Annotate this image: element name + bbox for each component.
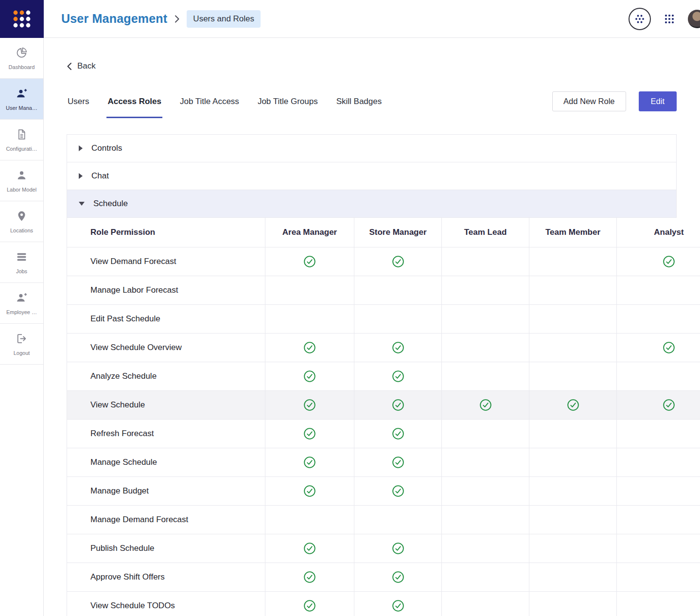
permission-empty-cell[interactable] [442, 506, 529, 534]
permission-empty-cell[interactable] [617, 477, 700, 505]
permission-check-cell[interactable] [354, 477, 442, 505]
permission-check-cell[interactable] [617, 391, 700, 419]
check-icon [392, 599, 404, 612]
permission-check-cell[interactable] [354, 534, 442, 563]
configuration-icon [16, 128, 28, 142]
sidebar-item-logout[interactable]: Logout [0, 324, 43, 365]
permission-check-cell[interactable] [265, 420, 354, 448]
permission-empty-cell[interactable] [617, 448, 700, 476]
permission-empty-cell[interactable] [354, 276, 442, 304]
permission-empty-cell[interactable] [529, 534, 617, 563]
check-icon [392, 399, 404, 411]
permission-check-cell[interactable] [354, 362, 442, 390]
tab-users[interactable]: Users [67, 92, 90, 111]
section-schedule[interactable]: Schedule [67, 190, 676, 218]
tab-access-roles[interactable]: Access Roles [106, 92, 162, 111]
permission-check-cell[interactable] [354, 448, 442, 476]
sidebar-item-jobs[interactable]: Jobs [0, 242, 43, 283]
section-controls[interactable]: Controls [67, 135, 676, 162]
permission-check-cell[interactable] [265, 362, 354, 390]
permission-empty-cell[interactable] [529, 305, 617, 333]
permission-empty-cell[interactable] [354, 506, 442, 534]
sidebar-item-user-management[interactable]: User Mana… [0, 79, 43, 120]
permission-check-cell[interactable] [265, 334, 354, 362]
sidebar-item-locations[interactable]: Locations [0, 201, 43, 242]
page-title: User Management [61, 12, 167, 26]
permission-check-cell[interactable] [354, 391, 442, 419]
permission-empty-cell[interactable] [529, 448, 617, 476]
permission-empty-cell[interactable] [617, 362, 700, 390]
check-icon [663, 255, 675, 268]
permission-check-cell[interactable] [617, 334, 700, 362]
permission-empty-cell[interactable] [529, 420, 617, 448]
permission-check-cell[interactable] [354, 334, 442, 362]
permission-check-cell[interactable] [354, 420, 442, 448]
table-row: Manage Labor Forecast [67, 276, 700, 305]
edit-button[interactable]: Edit [639, 91, 677, 111]
permission-check-cell[interactable] [529, 391, 617, 419]
permission-empty-cell[interactable] [529, 362, 617, 390]
permission-empty-cell[interactable] [442, 305, 529, 333]
sidebar-item-labor-model[interactable]: Labor Model [0, 160, 43, 201]
permission-check-cell[interactable] [265, 563, 354, 591]
column-header: Store Manager [354, 218, 442, 247]
permission-check-cell[interactable] [265, 247, 354, 276]
permission-check-cell[interactable] [265, 592, 354, 616]
permission-empty-cell[interactable] [617, 420, 700, 448]
permission-empty-cell[interactable] [617, 563, 700, 591]
permission-check-cell[interactable] [265, 534, 354, 563]
permission-check-cell[interactable] [265, 391, 354, 419]
permission-empty-cell[interactable] [529, 276, 617, 304]
permission-check-cell[interactable] [265, 477, 354, 505]
permission-empty-cell[interactable] [617, 534, 700, 563]
permission-empty-cell[interactable] [442, 448, 529, 476]
back-button[interactable]: Back [67, 61, 96, 71]
apps-circle-button[interactable] [629, 8, 651, 30]
permission-empty-cell[interactable] [265, 506, 354, 534]
permission-empty-cell[interactable] [442, 420, 529, 448]
avatar[interactable] [688, 10, 700, 28]
permission-check-cell[interactable] [354, 563, 442, 591]
permission-empty-cell[interactable] [442, 534, 529, 563]
permission-check-cell[interactable] [442, 391, 529, 419]
app-logo[interactable] [0, 0, 44, 38]
main-content: Back UsersAccess RolesJob Title AccessJo… [44, 38, 700, 616]
permission-empty-cell[interactable] [529, 477, 617, 505]
permission-empty-cell[interactable] [442, 362, 529, 390]
permission-empty-cell[interactable] [442, 334, 529, 362]
permission-label: Refresh Forecast [67, 420, 265, 448]
tab-job-title-groups[interactable]: Job Title Groups [257, 92, 319, 111]
sidebar-item-label: Locations [10, 228, 33, 233]
permission-empty-cell[interactable] [529, 563, 617, 591]
permission-empty-cell[interactable] [529, 334, 617, 362]
app-grid-button[interactable] [663, 12, 676, 26]
sidebar-item-configuration[interactable]: Configurati… [0, 120, 43, 160]
permission-check-cell[interactable] [354, 247, 442, 276]
tab-job-title-access[interactable]: Job Title Access [179, 92, 240, 111]
permission-empty-cell[interactable] [442, 276, 529, 304]
permission-check-cell[interactable] [617, 247, 700, 276]
permission-check-cell[interactable] [265, 448, 354, 476]
sidebar-item-dashboard[interactable]: Dashboard [0, 38, 43, 79]
permission-empty-cell[interactable] [529, 247, 617, 276]
permission-empty-cell[interactable] [617, 506, 700, 534]
permission-empty-cell[interactable] [617, 592, 700, 616]
add-new-role-button[interactable]: Add New Role [552, 91, 626, 111]
permission-empty-cell[interactable] [529, 592, 617, 616]
permission-empty-cell[interactable] [617, 276, 700, 304]
permission-empty-cell[interactable] [354, 305, 442, 333]
table-row: Manage Schedule [67, 448, 700, 477]
tab-skill-badges[interactable]: Skill Badges [335, 92, 383, 111]
permission-empty-cell[interactable] [529, 506, 617, 534]
permission-empty-cell[interactable] [265, 305, 354, 333]
section-chat[interactable]: Chat [67, 162, 676, 190]
sidebar-item-employee[interactable]: Employee … [0, 283, 43, 324]
permission-empty-cell[interactable] [442, 477, 529, 505]
permission-empty-cell[interactable] [442, 247, 529, 276]
permission-empty-cell[interactable] [442, 592, 529, 616]
permission-check-cell[interactable] [354, 592, 442, 616]
permission-empty-cell[interactable] [617, 305, 700, 333]
permission-empty-cell[interactable] [442, 563, 529, 591]
sidebar-item-label: Jobs [16, 268, 27, 274]
permission-empty-cell[interactable] [265, 276, 354, 304]
